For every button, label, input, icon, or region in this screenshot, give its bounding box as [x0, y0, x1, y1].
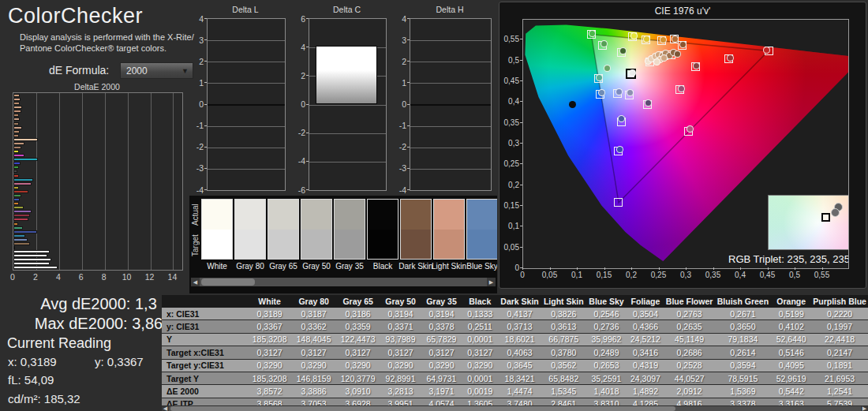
- deltae-bar: [13, 258, 51, 261]
- table-cell: 0,3613: [541, 320, 586, 333]
- scroll-left-icon[interactable]: ◀: [191, 278, 200, 286]
- delta-tick-label: 4: [188, 14, 204, 24]
- table-column-header: Blue Flower: [664, 295, 715, 308]
- table-cell: 0,3378: [421, 320, 462, 333]
- table-cell: 0,3290: [292, 359, 336, 372]
- cie-x-tickmark: [631, 267, 632, 270]
- delta-tick-label: 3: [188, 35, 204, 45]
- de-formula-label: dE Formula:: [49, 64, 109, 77]
- cie-diagram: RGB Triplet: 235, 235, 235: [522, 19, 849, 269]
- deltae-bar: [13, 198, 20, 201]
- table-column-header: Blue Sky: [586, 295, 627, 308]
- delta-tick-label: 6: [290, 14, 305, 24]
- table-column-header: Orange: [771, 295, 811, 308]
- table-cell: 3,8310: [586, 398, 627, 405]
- swatch-target: [368, 230, 398, 260]
- delta-tick-label: 2: [290, 71, 305, 80]
- swatch-scrollbar[interactable]: ◀ ▶: [191, 278, 496, 286]
- table-cell: 93,7989: [380, 333, 421, 346]
- deltae-bar: [13, 186, 19, 189]
- table-cell: 0,3127: [336, 346, 380, 359]
- delta-tick-label: -4: [188, 185, 204, 195]
- table-row: ΔE ITP3,85683,70533,69283,99514,05741,36…: [162, 398, 868, 405]
- table-row-label: Target Y: [162, 372, 248, 384]
- cie-measured-point: [653, 58, 660, 65]
- table-cell: 1,4474: [498, 385, 541, 398]
- table-scrollbar[interactable]: ◀ ▶: [162, 406, 868, 411]
- measurement-data-table: WhiteGray 80Gray 65Gray 50Gray 35BlackDa…: [162, 295, 868, 405]
- inset-measured-point: [831, 208, 840, 217]
- cie-y-tickmark: [520, 226, 522, 226]
- table-cell: 3,3378: [715, 398, 772, 405]
- delta-gridline: [410, 126, 491, 127]
- deltae-x-tick: 2: [29, 272, 42, 282]
- table-column-header: Black: [462, 295, 498, 308]
- delta-tick: [306, 133, 309, 133]
- deltae-x-tick: 12: [144, 272, 156, 282]
- delta-tick: [204, 104, 207, 105]
- table-cell: 0,5199: [771, 308, 811, 320]
- table-cell: 0,2763: [664, 308, 715, 320]
- table-cell: 52,6440: [771, 333, 811, 346]
- delta-tick-label: 4: [290, 43, 305, 52]
- color-swatch: [301, 199, 332, 260]
- cie-title: CIE 1976 u'v': [499, 6, 866, 17]
- cie-x-tickmark: [822, 267, 823, 270]
- scroll-right-icon[interactable]: ▶: [487, 278, 496, 286]
- deltae-bars: [13, 94, 182, 270]
- deltae-x-tick: 8: [98, 272, 110, 282]
- cie-measured-point: [660, 54, 668, 62]
- swatch-scrollbar-thumb[interactable]: [201, 278, 255, 286]
- cie-x-tickmark: [795, 267, 795, 270]
- swatch-actual: [335, 200, 365, 230]
- deltae-bar: [13, 94, 20, 97]
- delta-tick-label: 0: [290, 99, 305, 109]
- color-swatch: [268, 199, 299, 260]
- color-swatch: [400, 199, 432, 260]
- deltae-bar: [13, 114, 19, 117]
- table-cell: 0,2635: [664, 320, 715, 333]
- de-formula-dropdown[interactable]: 2000 ▼: [120, 62, 193, 79]
- cie-x-tick: 0,5: [784, 271, 806, 279]
- table-column-header: Dark Skin: [498, 295, 541, 308]
- delta-chart-plot: [309, 18, 387, 191]
- delta-tick: [407, 125, 410, 126]
- table-column-header: Foliage: [627, 295, 664, 308]
- table-cell: 0,3371: [380, 320, 421, 333]
- table-column-header: Gray 80: [292, 295, 336, 308]
- table-cell: 0,2671: [715, 308, 772, 320]
- cie-y-tick: 0,5: [499, 56, 519, 65]
- table-cell: 0,2736: [586, 320, 627, 333]
- delta-tick: [204, 147, 207, 148]
- table-cell: 0,4063: [498, 346, 541, 359]
- color-swatch: [201, 199, 233, 260]
- color-swatch: [367, 199, 398, 260]
- delta-tick: [306, 18, 309, 19]
- table-row-label: x: CIE31: [162, 308, 248, 320]
- chevron-down-icon: ▼: [181, 67, 189, 75]
- deltae-bar: [13, 234, 25, 237]
- table-cell: 0,3780: [541, 346, 586, 359]
- table-cell: 0,0019: [462, 385, 498, 398]
- swatch-actual: [434, 200, 464, 230]
- swatch-actual: [401, 200, 431, 230]
- scroll-right-icon[interactable]: ▶: [861, 406, 868, 411]
- deltae-bar: [13, 106, 22, 109]
- table-cell: 0,4095: [771, 359, 811, 372]
- table-row: Y185,3208148,4045122,447393,798965,78290…: [162, 333, 868, 346]
- scroll-left-icon[interactable]: ◀: [162, 406, 169, 411]
- table-cell: 2,0912: [664, 385, 715, 398]
- cie-measured-point: [615, 88, 623, 95]
- delta-chart-plot: [410, 18, 492, 191]
- delta-tick: [407, 18, 410, 19]
- cie-x-tick: 0: [511, 271, 533, 279]
- swatch-actual: [368, 200, 398, 230]
- table-column-header: White: [248, 295, 292, 308]
- table-cell: 0,3826: [541, 308, 586, 320]
- deltae-bar: [13, 182, 32, 185]
- cie-x-tick: 0,2: [620, 271, 642, 279]
- swatch-target: [434, 230, 464, 260]
- table-scrollbar-thumb[interactable]: [170, 406, 675, 411]
- delta-tick: [407, 104, 410, 105]
- table-cell: 120,3779: [336, 372, 380, 384]
